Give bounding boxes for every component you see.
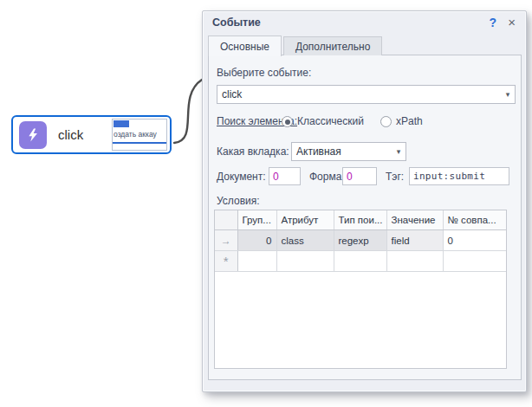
radio-xpath[interactable] xyxy=(380,116,392,127)
grid-header-match-no[interactable]: № совпа... xyxy=(443,210,507,230)
thumbnail-text: оздать аккау xyxy=(114,130,167,139)
radio-xpath-label[interactable]: xPath xyxy=(396,115,423,127)
close-icon[interactable]: × xyxy=(508,15,516,29)
radio-classic[interactable] xyxy=(282,116,293,127)
chevron-down-icon: ▾ xyxy=(392,147,405,156)
cell-value[interactable]: field xyxy=(386,230,443,251)
event-select-combobox[interactable]: click ▾ xyxy=(217,85,516,104)
new-row-asterisk-icon: * xyxy=(215,251,237,272)
form-input[interactable]: 0 xyxy=(342,167,377,185)
event-select-value: click xyxy=(217,88,501,100)
tab-strip: Основные Дополнительно xyxy=(208,35,384,55)
cell-value[interactable] xyxy=(386,251,443,272)
node-label: click xyxy=(58,127,112,142)
form-label: Форма: xyxy=(309,171,345,183)
tag-input[interactable]: input:submit xyxy=(409,167,509,185)
cell-search-type[interactable]: regexp xyxy=(334,230,386,251)
flow-canvas: click оздать аккау Событие ? × Основные … xyxy=(0,0,532,407)
dialog-title: Событие xyxy=(212,16,261,29)
grid-header-search-type[interactable]: Тип пои... xyxy=(334,210,386,230)
table-row: → 0 class regexp field 0 xyxy=(215,230,507,251)
grid-header-indicator xyxy=(215,210,237,230)
cell-match-no[interactable]: 0 xyxy=(443,230,507,251)
grid-header-group[interactable]: Груп... xyxy=(237,210,276,230)
current-row-arrow-icon: → xyxy=(215,230,237,251)
cell-group[interactable]: 0 xyxy=(237,230,276,251)
grid-header-value[interactable]: Значение xyxy=(386,210,443,230)
document-label: Документ: xyxy=(217,171,266,183)
lightning-bolt-icon xyxy=(19,121,47,149)
cell-attribute[interactable]: class xyxy=(276,230,334,251)
chevron-down-icon: ▾ xyxy=(501,90,515,99)
which-tab-label: Какая вкладка: xyxy=(217,145,289,158)
node-thumbnail: оздать аккау xyxy=(112,119,167,151)
cell-search-type[interactable] xyxy=(334,251,386,272)
radio-classic-label[interactable]: Классический xyxy=(297,115,364,127)
thumbnail-highlight-chip xyxy=(114,120,129,127)
table-row-new: * xyxy=(215,251,507,272)
help-icon[interactable]: ? xyxy=(489,16,496,29)
tag-label: Тэг: xyxy=(386,171,404,183)
dialog-titlebar[interactable]: Событие ? × xyxy=(203,11,526,34)
conditions-label: Условия: xyxy=(217,195,260,207)
document-input[interactable]: 0 xyxy=(269,167,301,185)
tab-page-main: Выберите событие: click ▾ Поиск элемента… xyxy=(208,55,522,380)
thumbnail-underline xyxy=(113,142,166,144)
event-select-label: Выберите событие: xyxy=(217,67,311,79)
grid-header-row: Груп... Атрибут Тип пои... Значение № со… xyxy=(215,210,507,230)
event-dialog: Событие ? × Основные Дополнительно Выбер… xyxy=(202,10,527,392)
cell-group[interactable] xyxy=(237,251,276,272)
conditions-grid: Груп... Атрибут Тип пои... Значение № со… xyxy=(214,210,507,369)
cell-match-no[interactable] xyxy=(443,251,507,272)
tab-dopolnitelno[interactable]: Дополнительно xyxy=(283,36,382,55)
tab-osnovnye[interactable]: Основные xyxy=(208,36,282,56)
which-tab-value: Активная xyxy=(292,145,392,158)
event-node[interactable]: click оздать аккау xyxy=(11,115,172,154)
grid-header-attribute[interactable]: Атрибут xyxy=(276,210,334,230)
cell-attribute[interactable] xyxy=(276,251,334,272)
which-tab-combobox[interactable]: Активная ▾ xyxy=(291,142,406,161)
